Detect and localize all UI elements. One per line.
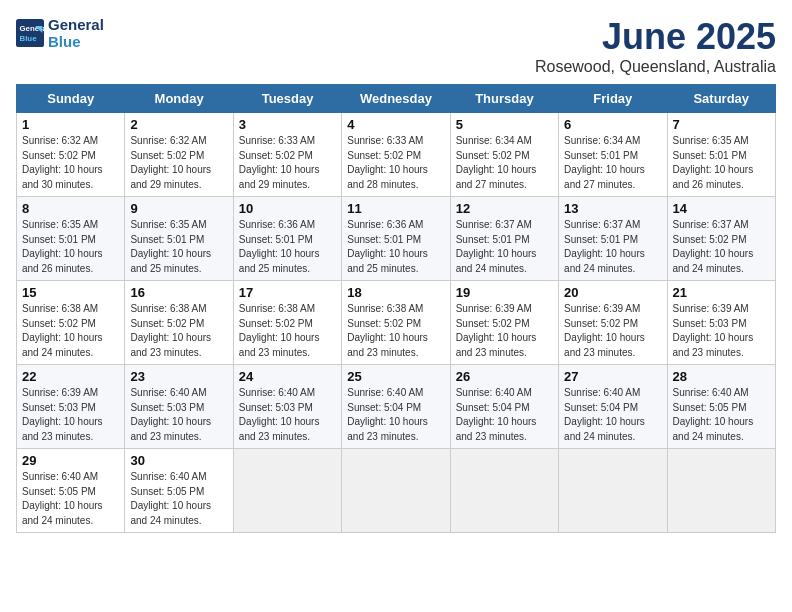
day-cell: 20Sunrise: 6:39 AM Sunset: 5:02 PM Dayli… — [559, 281, 667, 365]
day-detail: Sunrise: 6:39 AM Sunset: 5:02 PM Dayligh… — [456, 302, 553, 360]
weekday-header-thursday: Thursday — [450, 85, 558, 113]
day-detail: Sunrise: 6:34 AM Sunset: 5:01 PM Dayligh… — [564, 134, 661, 192]
day-detail: Sunrise: 6:40 AM Sunset: 5:05 PM Dayligh… — [130, 470, 227, 528]
day-cell: 23Sunrise: 6:40 AM Sunset: 5:03 PM Dayli… — [125, 365, 233, 449]
title-area: June 2025 Rosewood, Queensland, Australi… — [535, 16, 776, 76]
day-detail: Sunrise: 6:35 AM Sunset: 5:01 PM Dayligh… — [673, 134, 770, 192]
week-row-1: 1Sunrise: 6:32 AM Sunset: 5:02 PM Daylig… — [17, 113, 776, 197]
day-number: 25 — [347, 369, 444, 384]
week-row-3: 15Sunrise: 6:38 AM Sunset: 5:02 PM Dayli… — [17, 281, 776, 365]
day-cell: 28Sunrise: 6:40 AM Sunset: 5:05 PM Dayli… — [667, 365, 775, 449]
day-number: 11 — [347, 201, 444, 216]
day-cell: 4Sunrise: 6:33 AM Sunset: 5:02 PM Daylig… — [342, 113, 450, 197]
calendar-table: SundayMondayTuesdayWednesdayThursdayFrid… — [16, 84, 776, 533]
day-number: 13 — [564, 201, 661, 216]
weekday-header-friday: Friday — [559, 85, 667, 113]
day-number: 19 — [456, 285, 553, 300]
day-detail: Sunrise: 6:40 AM Sunset: 5:04 PM Dayligh… — [347, 386, 444, 444]
day-number: 29 — [22, 453, 119, 468]
day-number: 6 — [564, 117, 661, 132]
day-cell: 27Sunrise: 6:40 AM Sunset: 5:04 PM Dayli… — [559, 365, 667, 449]
day-detail: Sunrise: 6:38 AM Sunset: 5:02 PM Dayligh… — [130, 302, 227, 360]
day-cell: 3Sunrise: 6:33 AM Sunset: 5:02 PM Daylig… — [233, 113, 341, 197]
day-cell — [450, 449, 558, 533]
day-detail: Sunrise: 6:32 AM Sunset: 5:02 PM Dayligh… — [22, 134, 119, 192]
week-row-4: 22Sunrise: 6:39 AM Sunset: 5:03 PM Dayli… — [17, 365, 776, 449]
day-cell — [233, 449, 341, 533]
day-cell: 14Sunrise: 6:37 AM Sunset: 5:02 PM Dayli… — [667, 197, 775, 281]
day-cell: 15Sunrise: 6:38 AM Sunset: 5:02 PM Dayli… — [17, 281, 125, 365]
day-detail: Sunrise: 6:38 AM Sunset: 5:02 PM Dayligh… — [347, 302, 444, 360]
day-number: 21 — [673, 285, 770, 300]
day-number: 7 — [673, 117, 770, 132]
day-cell: 7Sunrise: 6:35 AM Sunset: 5:01 PM Daylig… — [667, 113, 775, 197]
day-number: 20 — [564, 285, 661, 300]
day-number: 14 — [673, 201, 770, 216]
day-cell: 1Sunrise: 6:32 AM Sunset: 5:02 PM Daylig… — [17, 113, 125, 197]
day-cell: 21Sunrise: 6:39 AM Sunset: 5:03 PM Dayli… — [667, 281, 775, 365]
day-cell: 16Sunrise: 6:38 AM Sunset: 5:02 PM Dayli… — [125, 281, 233, 365]
day-detail: Sunrise: 6:34 AM Sunset: 5:02 PM Dayligh… — [456, 134, 553, 192]
day-detail: Sunrise: 6:40 AM Sunset: 5:04 PM Dayligh… — [564, 386, 661, 444]
week-row-5: 29Sunrise: 6:40 AM Sunset: 5:05 PM Dayli… — [17, 449, 776, 533]
day-number: 1 — [22, 117, 119, 132]
day-cell: 29Sunrise: 6:40 AM Sunset: 5:05 PM Dayli… — [17, 449, 125, 533]
day-detail: Sunrise: 6:32 AM Sunset: 5:02 PM Dayligh… — [130, 134, 227, 192]
month-title: June 2025 — [535, 16, 776, 58]
logo-text: General Blue — [48, 16, 104, 50]
day-detail: Sunrise: 6:40 AM Sunset: 5:05 PM Dayligh… — [673, 386, 770, 444]
logo: General Blue General Blue — [16, 16, 104, 50]
day-cell: 22Sunrise: 6:39 AM Sunset: 5:03 PM Dayli… — [17, 365, 125, 449]
day-cell: 12Sunrise: 6:37 AM Sunset: 5:01 PM Dayli… — [450, 197, 558, 281]
day-number: 24 — [239, 369, 336, 384]
day-detail: Sunrise: 6:38 AM Sunset: 5:02 PM Dayligh… — [22, 302, 119, 360]
day-number: 3 — [239, 117, 336, 132]
day-number: 2 — [130, 117, 227, 132]
day-detail: Sunrise: 6:33 AM Sunset: 5:02 PM Dayligh… — [239, 134, 336, 192]
day-cell: 10Sunrise: 6:36 AM Sunset: 5:01 PM Dayli… — [233, 197, 341, 281]
day-number: 26 — [456, 369, 553, 384]
day-detail: Sunrise: 6:40 AM Sunset: 5:03 PM Dayligh… — [130, 386, 227, 444]
day-detail: Sunrise: 6:36 AM Sunset: 5:01 PM Dayligh… — [347, 218, 444, 276]
day-detail: Sunrise: 6:35 AM Sunset: 5:01 PM Dayligh… — [22, 218, 119, 276]
svg-text:Blue: Blue — [20, 34, 38, 43]
day-number: 28 — [673, 369, 770, 384]
day-number: 4 — [347, 117, 444, 132]
day-cell — [559, 449, 667, 533]
weekday-header-wednesday: Wednesday — [342, 85, 450, 113]
day-cell: 5Sunrise: 6:34 AM Sunset: 5:02 PM Daylig… — [450, 113, 558, 197]
weekday-header-tuesday: Tuesday — [233, 85, 341, 113]
day-number: 18 — [347, 285, 444, 300]
day-number: 27 — [564, 369, 661, 384]
day-number: 23 — [130, 369, 227, 384]
day-number: 9 — [130, 201, 227, 216]
logo-icon: General Blue — [16, 19, 44, 47]
day-cell: 25Sunrise: 6:40 AM Sunset: 5:04 PM Dayli… — [342, 365, 450, 449]
weekday-header-saturday: Saturday — [667, 85, 775, 113]
day-detail: Sunrise: 6:38 AM Sunset: 5:02 PM Dayligh… — [239, 302, 336, 360]
day-detail: Sunrise: 6:37 AM Sunset: 5:01 PM Dayligh… — [456, 218, 553, 276]
day-detail: Sunrise: 6:35 AM Sunset: 5:01 PM Dayligh… — [130, 218, 227, 276]
day-cell: 24Sunrise: 6:40 AM Sunset: 5:03 PM Dayli… — [233, 365, 341, 449]
day-number: 12 — [456, 201, 553, 216]
day-cell: 18Sunrise: 6:38 AM Sunset: 5:02 PM Dayli… — [342, 281, 450, 365]
day-cell: 9Sunrise: 6:35 AM Sunset: 5:01 PM Daylig… — [125, 197, 233, 281]
day-number: 16 — [130, 285, 227, 300]
day-number: 22 — [22, 369, 119, 384]
day-detail: Sunrise: 6:36 AM Sunset: 5:01 PM Dayligh… — [239, 218, 336, 276]
day-detail: Sunrise: 6:39 AM Sunset: 5:03 PM Dayligh… — [22, 386, 119, 444]
day-cell: 30Sunrise: 6:40 AM Sunset: 5:05 PM Dayli… — [125, 449, 233, 533]
day-number: 8 — [22, 201, 119, 216]
day-cell: 8Sunrise: 6:35 AM Sunset: 5:01 PM Daylig… — [17, 197, 125, 281]
day-cell: 11Sunrise: 6:36 AM Sunset: 5:01 PM Dayli… — [342, 197, 450, 281]
day-detail: Sunrise: 6:40 AM Sunset: 5:04 PM Dayligh… — [456, 386, 553, 444]
day-cell: 13Sunrise: 6:37 AM Sunset: 5:01 PM Dayli… — [559, 197, 667, 281]
day-detail: Sunrise: 6:33 AM Sunset: 5:02 PM Dayligh… — [347, 134, 444, 192]
day-cell — [342, 449, 450, 533]
header: General Blue General Blue June 2025 Rose… — [16, 16, 776, 76]
day-cell: 6Sunrise: 6:34 AM Sunset: 5:01 PM Daylig… — [559, 113, 667, 197]
day-detail: Sunrise: 6:39 AM Sunset: 5:03 PM Dayligh… — [673, 302, 770, 360]
location-title: Rosewood, Queensland, Australia — [535, 58, 776, 76]
day-number: 15 — [22, 285, 119, 300]
day-number: 10 — [239, 201, 336, 216]
